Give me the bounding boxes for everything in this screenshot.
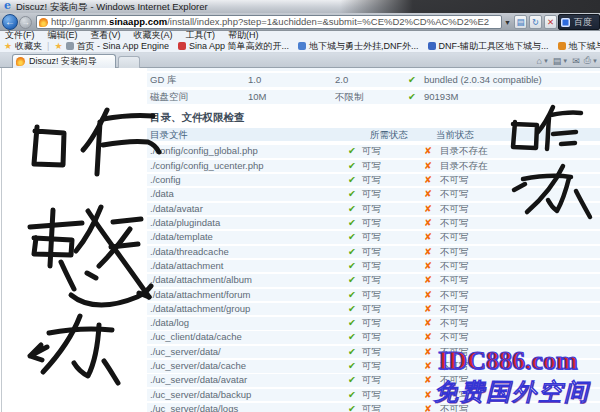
watermark-slogan: 免费国外空间 bbox=[434, 376, 600, 408]
new-tab-button[interactable] bbox=[118, 56, 140, 68]
table-cell: 1.0 bbox=[248, 74, 261, 86]
favorite-favicon-icon bbox=[558, 42, 566, 50]
table-cell: 可写 bbox=[362, 188, 381, 200]
home-icon: ⌂ bbox=[536, 56, 541, 66]
table-cell: ✔ bbox=[348, 203, 356, 215]
url-prefix: http://ganmm. bbox=[51, 16, 109, 27]
favorite-favicon-icon bbox=[298, 42, 306, 50]
table-cell: ./data/threadcache bbox=[150, 246, 229, 258]
url-dropdown-caret-icon[interactable]: ▼ bbox=[504, 19, 511, 26]
table-cell: 可写 bbox=[362, 289, 381, 301]
table-cell: ./data/attachment/forum bbox=[150, 289, 250, 301]
table-row-band bbox=[147, 90, 600, 104]
table-cell: 可写 bbox=[362, 246, 381, 258]
table-cell: ✔ bbox=[348, 160, 356, 172]
feeds-button[interactable]: ▤▼ bbox=[553, 56, 568, 66]
table-cell: ./data/attachment bbox=[150, 260, 223, 272]
table-cell: 当前状态 bbox=[436, 129, 474, 141]
table-cell: ✘ bbox=[424, 403, 432, 412]
favorites-items: 首页 - Sina App EngineSina App 简单高效的开...地下… bbox=[66, 40, 600, 53]
print-button[interactable]: ⎙▼ bbox=[584, 55, 598, 66]
table-cell: ✘ bbox=[424, 231, 432, 243]
favorites-star-icon: ★ bbox=[4, 41, 12, 51]
table-cell: 可写 bbox=[362, 260, 381, 272]
table-cell: ✘ bbox=[424, 203, 432, 215]
table-cell: ./data/template bbox=[150, 231, 213, 243]
table-cell: 不可写 bbox=[440, 331, 469, 343]
stop-button[interactable]: ✕ bbox=[544, 15, 557, 29]
table-cell: ✘ bbox=[424, 360, 432, 372]
title-bar: e Discuz! 安装向导 - Windows Internet Explor… bbox=[0, 0, 600, 13]
favorites-item-3[interactable]: DNF-辅助工具区地下城与... bbox=[428, 40, 549, 53]
favorite-label: 首页 - Sina App Engine bbox=[77, 40, 170, 53]
table-cell: 可写 bbox=[362, 160, 381, 172]
table-cell: 不限制 bbox=[335, 91, 364, 103]
table-cell: ./data/plugindata bbox=[150, 217, 220, 229]
mail-button[interactable]: ✉ bbox=[572, 56, 580, 66]
table-cell: ✘ bbox=[424, 346, 432, 358]
home-button[interactable]: ⌂▼ bbox=[536, 56, 548, 66]
tab-bar: Discuz! 安装向导 ⌂▼ ▤▼ ✉ ⎙▼ bbox=[0, 53, 600, 68]
table-cell: 不可写 bbox=[440, 203, 469, 215]
favorites-item-2[interactable]: 地下城与勇士外挂,DNF外... bbox=[298, 40, 419, 53]
table-cell: 不可写 bbox=[440, 274, 469, 286]
url-input[interactable]: http://ganmm.sinaapp.com/install/index.p… bbox=[36, 15, 502, 29]
table-cell: 不可写 bbox=[440, 188, 469, 200]
search-input[interactable]: 百度 bbox=[558, 14, 600, 30]
favorites-item-4[interactable]: 地下城与勇士 - 5817-游... bbox=[558, 40, 600, 53]
forward-button[interactable]: → bbox=[19, 16, 32, 29]
table-cell: ✔ bbox=[348, 374, 356, 386]
table-cell: 不可写 bbox=[440, 303, 469, 315]
favorites-item-0[interactable]: 首页 - Sina App Engine bbox=[66, 40, 170, 53]
table-cell: ✘ bbox=[424, 174, 432, 186]
table-cell: ✘ bbox=[424, 303, 432, 315]
table-cell: ✔ bbox=[348, 389, 356, 401]
table-cell: 不可写 bbox=[440, 174, 469, 186]
favorites-item-1[interactable]: Sina App 简单高效的开... bbox=[178, 40, 289, 53]
table-cell: 90193M bbox=[424, 91, 458, 103]
table-cell: 所需状态 bbox=[370, 129, 408, 141]
table-cell: GD 库 bbox=[150, 74, 176, 86]
chevron-down-icon: ▼ bbox=[592, 58, 598, 64]
table-cell: ✘ bbox=[424, 260, 432, 272]
back-button[interactable]: ← bbox=[2, 14, 18, 30]
table-cell: bundled (2.0.34 compatible) bbox=[424, 74, 542, 86]
table-cell: ./data/attachment/album bbox=[150, 274, 252, 286]
table-cell: ✔ bbox=[348, 289, 356, 301]
table-row-band bbox=[147, 68, 600, 71]
favorite-favicon-icon bbox=[428, 42, 436, 50]
table-cell: ✔ bbox=[348, 217, 356, 229]
mail-icon: ✉ bbox=[572, 56, 580, 66]
favorite-label: Sina App 简单高效的开... bbox=[189, 40, 289, 53]
favorites-button[interactable]: 收藏夹 bbox=[15, 40, 42, 53]
title-bar-dark-region bbox=[340, 0, 600, 13]
table-cell: 可写 bbox=[362, 217, 381, 229]
table-cell: 可写 bbox=[362, 403, 381, 412]
table-cell: 可写 bbox=[362, 145, 381, 157]
favorite-favicon-icon bbox=[178, 42, 186, 50]
tab-favicon-flame-icon bbox=[16, 57, 25, 66]
section-title: 目录、文件权限检查 bbox=[150, 111, 245, 125]
window-title: Discuz! 安装向导 - Windows Internet Explorer bbox=[16, 1, 208, 13]
table-cell: ./config/config_ucenter.php bbox=[150, 160, 264, 172]
menu-bar: 文件(F)编辑(E)查看(V)收藏夹(A)工具(T)帮助(H) bbox=[0, 31, 600, 40]
table-cell: ./config bbox=[150, 174, 181, 186]
tab-discuz-install[interactable]: Discuz! 安装向导 bbox=[12, 54, 116, 68]
compatibility-view-button[interactable]: ▤ bbox=[514, 15, 527, 29]
add-favorite-icon[interactable]: ★ bbox=[54, 41, 62, 51]
table-cell: 目录不存在 bbox=[440, 145, 488, 157]
table-cell: 可写 bbox=[362, 274, 381, 286]
table-cell: ./data/attachment/group bbox=[150, 303, 250, 315]
table-cell: 目录不存在 bbox=[440, 160, 488, 172]
table-cell: 不可写 bbox=[440, 217, 469, 229]
refresh-button[interactable]: ↻ bbox=[529, 15, 542, 29]
table-cell: ./config/config_global.php bbox=[150, 145, 258, 157]
table-cell: 2.0 bbox=[335, 74, 348, 86]
table-cell: ✘ bbox=[424, 274, 432, 286]
table-cell: ✔ bbox=[348, 174, 356, 186]
table-cell: ✔ bbox=[348, 188, 356, 200]
table-cell: ✘ bbox=[424, 217, 432, 229]
table-cell: 可写 bbox=[362, 374, 381, 386]
table-cell: ./uc_server/data/avatar bbox=[150, 374, 247, 386]
table-cell: ./uc_server/data/cache bbox=[150, 360, 246, 372]
